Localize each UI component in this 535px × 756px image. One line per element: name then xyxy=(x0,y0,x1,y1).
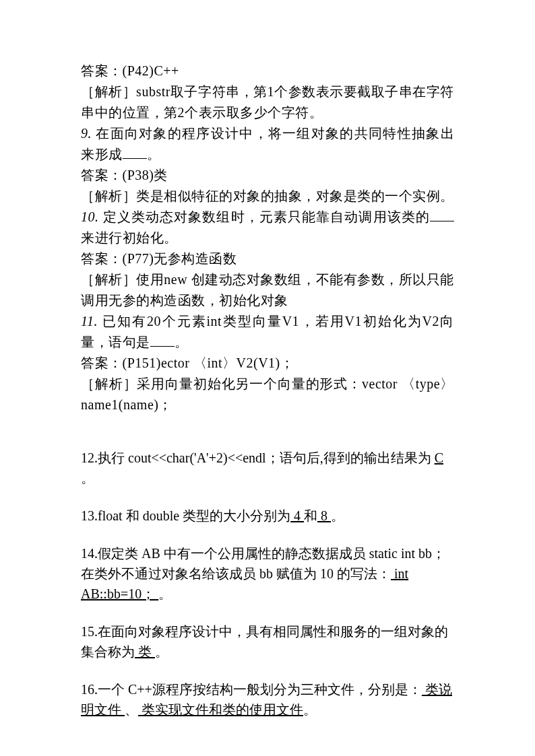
explain-9: ［解析］类是相似特征的对象的抽象，对象是类的一个实例。 xyxy=(81,186,454,207)
question-12: 12.执行 cout<<char('A'+2)<<endl；语句后,得到的输出结… xyxy=(81,448,454,488)
answer-15: 类 xyxy=(135,644,155,659)
qtext-12b: 。 xyxy=(81,471,94,485)
explain-11: ［解析］采用向量初始化另一个向量的形式：vector 〈type〉 name1(… xyxy=(81,374,454,415)
qtext-12a: 12.执行 cout<<char('A'+2)<<endl；语句后,得到的输出结… xyxy=(81,450,431,465)
qnum-9: 9. xyxy=(81,126,92,141)
explain-8: ［解析］substr取子字符串，第1个参数表示要截取子串在字符串中的位置，第2个… xyxy=(81,81,454,123)
qnum-11: 11. xyxy=(81,314,98,329)
qtext-16m: 、 xyxy=(125,702,138,717)
question-13: 13.float 和 double 类型的大小分别为 4 和 8 。 xyxy=(81,506,454,526)
qtext-14b: 。 xyxy=(158,586,172,601)
explain-10: ［解析］使用new 创建动态对象数组，不能有参数，所以只能调用无参的构造函数，初… xyxy=(81,269,454,311)
qtext-11b: 。 xyxy=(175,335,189,349)
blank-10 xyxy=(430,221,454,221)
blank-11 xyxy=(150,346,175,347)
document-page: 答案：(P42)C++ ［解析］substr取子字符串，第1个参数表示要截取子串… xyxy=(0,0,535,756)
answer-13-1: 4 xyxy=(290,508,304,523)
qtext-15b: 。 xyxy=(155,644,168,659)
answer-10: 答案：(P77)无参构造函数 xyxy=(81,248,454,269)
question-15: 15.在面向对象程序设计中，具有相同属性和服务的一组对象的集合称为 类 。 xyxy=(81,621,454,662)
qtext-9b: 。 xyxy=(147,147,161,162)
question-16: 16.一个 C++源程序按结构一般划分为三种文件，分别是： 类说明文件 、 类实… xyxy=(81,679,454,720)
answer-8: 答案：(P42)C++ xyxy=(81,61,454,81)
qnum-10: 10. xyxy=(81,209,99,224)
answer-16-2: 类实现文件和类的使用文件 xyxy=(138,702,303,717)
qtext-16a: 16.一个 C++源程序按结构一般划分为三种文件，分别是： xyxy=(81,682,422,697)
question-9: 9. 在面向对象的程序设计中，将一组对象的共同特性抽象出来形成。 xyxy=(81,123,454,165)
question-14: 14.假定类 AB 中有一个公用属性的静态数据成员 static int bb；… xyxy=(81,543,454,604)
qtext-13m: 和 xyxy=(304,508,317,523)
qtext-13a: 13.float 和 double 类型的大小分别为 xyxy=(81,508,290,523)
qa-block-upper: 答案：(P42)C++ ［解析］substr取子字符串，第1个参数表示要截取子串… xyxy=(81,61,454,415)
qtext-13b: 。 xyxy=(331,508,344,523)
question-11: 11. 已知有20个元素int类型向量V1，若用V1初始化为V2向量，语句是。 xyxy=(81,311,454,353)
answer-12: C xyxy=(435,450,443,465)
question-10: 10. 定义类动态对象数组时，元素只能靠自动调用该类的来进行初始化。 xyxy=(81,207,454,248)
answer-13-2: 8 xyxy=(317,508,331,523)
blank-9 xyxy=(123,158,147,159)
answer-9: 答案：(P38)类 xyxy=(81,165,454,186)
qtext-10b: 来进行初始化。 xyxy=(81,230,178,245)
qtext-9a: 在面向对象的程序设计中，将一组对象的共同特性抽象出来形成 xyxy=(81,126,454,162)
qtext-16b: 。 xyxy=(303,702,317,717)
qa-block-lower: 12.执行 cout<<char('A'+2)<<endl；语句后,得到的输出结… xyxy=(81,448,454,720)
answer-11: 答案：(P151)ector 〈int〉V2(V1)； xyxy=(81,353,454,374)
qtext-10a: 定义类动态对象数组时，元素只能靠自动调用该类的 xyxy=(99,209,431,224)
qtext-11a: 已知有20个元素int类型向量V1，若用V1初始化为V2向量，语句是 xyxy=(81,314,454,349)
